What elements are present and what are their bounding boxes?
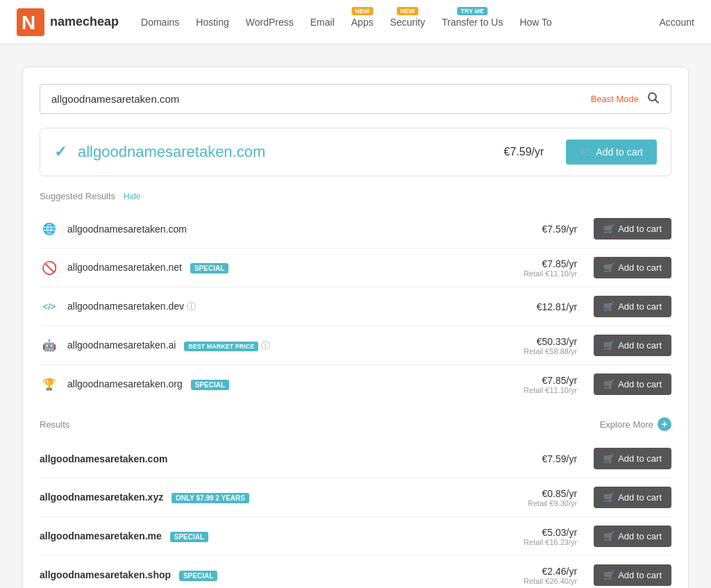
price-retail-2: Retail €11.10/yr xyxy=(515,269,577,278)
price-block-4: €50.33/yr Retail €58.88/yr xyxy=(515,336,577,355)
suggested-section: Suggested Results Hide 🌐 allgoodnamesare… xyxy=(40,190,671,403)
nav-item-domains[interactable]: Domains xyxy=(141,14,179,31)
result-domain-4: allgoodnamesaretaken.shop SPECIAL xyxy=(40,569,506,581)
nav-item-account[interactable]: Account xyxy=(659,17,694,28)
add-to-cart-result-2[interactable]: 🛒 Add to cart xyxy=(594,487,671,508)
navbar: N namecheap Domains Hosting WordPress Em… xyxy=(0,0,711,44)
result-domain-1: allgoodnamesaretaken.com xyxy=(40,453,506,464)
price-main-1: €7.59/yr xyxy=(515,224,577,235)
special-badge-r4: SPECIAL xyxy=(179,571,217,581)
search-icon[interactable] xyxy=(647,92,660,106)
result-row-2: allgoodnamesaretaken.xyz ONLY $7.99 2 YE… xyxy=(40,478,671,517)
domain-name-1: allgoodnamesaretaken.com xyxy=(67,224,506,235)
result-price-retail-4: Retail €26.40/yr xyxy=(515,577,577,585)
nav-item-email[interactable]: Email xyxy=(310,14,335,31)
nav-item-howto[interactable]: How To xyxy=(519,14,551,31)
domain-name-4: allgoodnamesaretaken.ai BEST MARKET PRIC… xyxy=(67,339,506,352)
cart-icon: 🛒 xyxy=(603,379,614,389)
svg-line-3 xyxy=(655,100,659,103)
domain-icon-3: </> xyxy=(40,297,59,317)
add-to-cart-suggested-1[interactable]: 🛒 Add to cart xyxy=(594,218,671,240)
only-badge-2: ONLY $7.99 2 YEARS xyxy=(172,493,249,503)
info-icon-4[interactable]: ⓘ xyxy=(261,340,270,351)
price-main-3: €12.81/yr xyxy=(515,301,577,312)
nav-item-hosting[interactable]: Hosting xyxy=(196,14,228,31)
logo[interactable]: N namecheap xyxy=(17,8,119,36)
add-to-cart-result-3[interactable]: 🛒 Add to cart xyxy=(594,526,671,547)
suggested-row-5: 🏆 allgoodnamesaretaken.org SPECIAL €7.85… xyxy=(40,365,671,403)
main-content: allgoodnamesaretaken.com Beast Mode ✓ al… xyxy=(22,67,689,588)
nav-item-apps[interactable]: NEW Apps xyxy=(351,14,374,31)
result-price-retail-2: Retail €9.30/yr xyxy=(515,499,577,507)
security-badge: NEW xyxy=(396,7,418,15)
cart-icon: 🛒 xyxy=(603,453,614,464)
transfer-badge: TRY ME xyxy=(458,7,488,15)
namecheap-logo-icon: N xyxy=(17,8,44,36)
cart-icon: 🛒 xyxy=(580,146,592,158)
result-row-3: allgoodnamesaretaken.me SPECIAL €5.03/yr… xyxy=(40,517,671,556)
logo-text: namecheap xyxy=(50,15,119,29)
cart-icon: 🛒 xyxy=(603,492,614,503)
add-to-cart-result-1[interactable]: 🛒 Add to cart xyxy=(594,448,671,469)
featured-domain: allgoodnamesaretaken.com xyxy=(78,143,492,161)
price-block-5: €7.85/yr Retail €11.10/yr xyxy=(515,375,577,394)
cart-icon: 🛒 xyxy=(603,531,614,541)
cart-icon: 🛒 xyxy=(603,340,614,351)
price-main-2: €7.85/yr xyxy=(515,258,577,269)
cart-icon: 🛒 xyxy=(603,262,614,273)
search-query[interactable]: allgoodnamesaretaken.com xyxy=(51,93,179,105)
result-price-main-1: €7.59/yr xyxy=(515,453,577,464)
svg-text:N: N xyxy=(22,12,35,33)
featured-add-to-cart[interactable]: 🛒 Add to cart xyxy=(566,140,657,165)
result-row-4: allgoodnamesaretaken.shop SPECIAL €2.46/… xyxy=(40,556,671,588)
domain-icon-2: 🚫 xyxy=(40,258,59,278)
suggested-row-4: 🤖 allgoodnamesaretaken.ai BEST MARKET PR… xyxy=(40,326,671,365)
result-price-3: €5.03/yr Retail €16.23/yr xyxy=(515,527,577,546)
search-right: Beast Mode xyxy=(591,92,660,106)
result-price-retail-3: Retail €16.23/yr xyxy=(515,538,577,546)
price-main-4: €50.33/yr xyxy=(515,336,577,347)
results-header: Results Explore More + xyxy=(40,417,671,431)
cart-icon: 🛒 xyxy=(603,570,614,580)
nav-item-transfer[interactable]: TRY ME Transfer to Us xyxy=(442,14,503,31)
explore-plus-icon: + xyxy=(658,417,671,431)
price-main-5: €7.85/yr xyxy=(515,375,577,386)
suggested-title-group: Suggested Results Hide xyxy=(40,190,141,201)
add-to-cart-result-4[interactable]: 🛒 Add to cart xyxy=(594,564,671,586)
domain-icon-1: 🌐 xyxy=(40,219,59,239)
price-retail-4: Retail €58.88/yr xyxy=(515,347,577,355)
nav-links: Domains Hosting WordPress Email NEW Apps… xyxy=(141,14,659,31)
special-badge-2: SPECIAL xyxy=(190,263,228,274)
result-price-4: €2.46/yr Retail €26.40/yr xyxy=(515,566,577,585)
suggested-title: Suggested Results xyxy=(40,191,115,201)
nav-item-wordpress[interactable]: WordPress xyxy=(246,14,294,31)
result-price-main-4: €2.46/yr xyxy=(515,566,577,577)
domain-icon-4: 🤖 xyxy=(40,336,59,355)
result-price-1: €7.59/yr xyxy=(515,453,577,464)
market-badge-4: BEST MARKET PRICE xyxy=(184,342,258,351)
result-price-2: €0.85/yr Retail €9.30/yr xyxy=(515,488,577,507)
suggested-hide[interactable]: Hide xyxy=(124,192,141,201)
domain-name-3: allgoodnamesaretaken.dev ⓘ xyxy=(67,301,506,313)
domain-icon-5: 🏆 xyxy=(40,375,59,394)
price-retail-5: Retail €11.10/yr xyxy=(515,386,577,394)
info-icon-3[interactable]: ⓘ xyxy=(187,301,196,312)
add-to-cart-suggested-2[interactable]: 🛒 Add to cart xyxy=(594,257,671,278)
nav-item-security[interactable]: NEW Security xyxy=(390,14,426,31)
search-bar: allgoodnamesaretaken.com Beast Mode xyxy=(40,84,671,114)
add-to-cart-suggested-4[interactable]: 🛒 Add to cart xyxy=(594,335,671,356)
add-to-cart-suggested-5[interactable]: 🛒 Add to cart xyxy=(594,373,671,395)
domain-name-2: allgoodnamesaretaken.net SPECIAL xyxy=(67,262,506,274)
result-domain-3: allgoodnamesaretaken.me SPECIAL xyxy=(40,530,506,542)
beast-mode-toggle[interactable]: Beast Mode xyxy=(591,94,639,104)
price-block-2: €7.85/yr Retail €11.10/yr xyxy=(515,258,577,278)
add-to-cart-suggested-3[interactable]: 🛒 Add to cart xyxy=(594,296,671,317)
result-price-main-2: €0.85/yr xyxy=(515,488,577,499)
cart-icon: 🛒 xyxy=(603,301,614,312)
price-block-1: €7.59/yr xyxy=(515,224,577,235)
check-icon: ✓ xyxy=(54,143,67,161)
apps-badge: NEW xyxy=(351,7,373,15)
results-title: Results xyxy=(40,419,69,430)
price-block-3: €12.81/yr xyxy=(515,301,577,312)
explore-more-btn[interactable]: Explore More + xyxy=(600,417,671,431)
